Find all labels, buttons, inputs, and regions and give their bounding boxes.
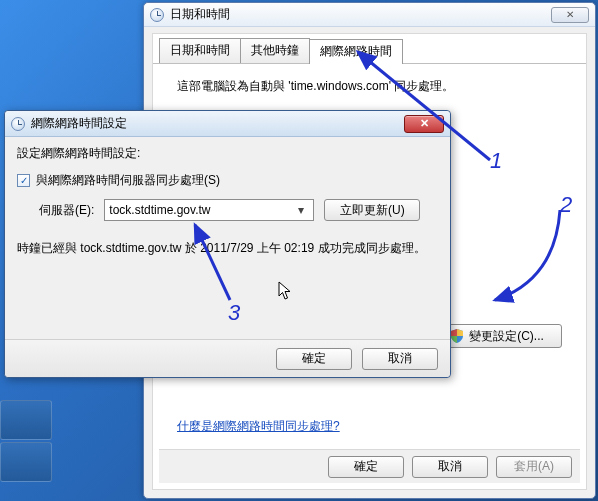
internet-time-settings-dialog: 網際網路時間設定 ✕ 設定網際網路時間設定: ✓ 與網際網路時間伺服器同步處理(…: [4, 110, 451, 378]
sync-checkbox[interactable]: ✓: [17, 174, 30, 187]
tab-datetime[interactable]: 日期和時間: [159, 38, 241, 63]
change-settings-button[interactable]: 變更設定(C)...: [432, 324, 562, 348]
clock-icon: [11, 117, 25, 131]
datetime-footer: 確定 取消 套用(A): [159, 449, 580, 483]
dialog-footer: 確定 取消: [5, 339, 450, 377]
close-icon: ✕: [420, 117, 429, 130]
cancel-button[interactable]: 取消: [362, 348, 438, 370]
chevron-down-icon: ▾: [293, 203, 309, 217]
tab-label: 網際網路時間: [320, 44, 392, 58]
cancel-button[interactable]: 取消: [412, 456, 488, 478]
sync-description: 這部電腦設為自動與 'time.windows.com' 同步處理。: [177, 78, 562, 95]
tab-label: 其他時鐘: [251, 43, 299, 57]
server-label: 伺服器(E):: [39, 202, 94, 219]
sync-checkbox-row: ✓ 與網際網路時間伺服器同步處理(S): [17, 172, 438, 189]
server-combobox[interactable]: tock.stdtime.gov.tw ▾: [104, 199, 314, 221]
tab-internet-time[interactable]: 網際網路時間: [309, 39, 403, 64]
change-settings-label: 變更設定(C)...: [469, 328, 544, 345]
ok-button[interactable]: 確定: [276, 348, 352, 370]
close-button[interactable]: ✕: [404, 115, 444, 133]
datetime-title: 日期和時間: [170, 6, 230, 23]
tab-strip: 日期和時間 其他時鐘 網際網路時間: [153, 34, 586, 64]
button-label: 取消: [438, 458, 462, 475]
close-button[interactable]: ✕: [551, 7, 589, 23]
sync-status: 時鐘已經與 tock.stdtime.gov.tw 於 2011/7/29 上午…: [17, 239, 438, 258]
server-row: 伺服器(E): tock.stdtime.gov.tw ▾ 立即更新(U): [39, 199, 438, 221]
datetime-titlebar[interactable]: 日期和時間 ✕: [144, 3, 595, 27]
ok-button[interactable]: 確定: [328, 456, 404, 478]
button-label: 立即更新(U): [340, 202, 405, 219]
taskbar-button[interactable]: [0, 400, 52, 440]
dialog-titlebar[interactable]: 網際網路時間設定 ✕: [5, 111, 450, 137]
dialog-title: 網際網路時間設定: [31, 115, 127, 132]
clock-icon: [150, 8, 164, 22]
button-label: 確定: [354, 458, 378, 475]
tab-label: 日期和時間: [170, 43, 230, 57]
tab-additional-clocks[interactable]: 其他時鐘: [240, 38, 310, 63]
button-label: 確定: [302, 350, 326, 367]
button-label: 取消: [388, 350, 412, 367]
sync-checkbox-label: 與網際網路時間伺服器同步處理(S): [36, 172, 220, 189]
close-icon: ✕: [566, 10, 574, 20]
help-link[interactable]: 什麼是網際網路時間同步處理?: [177, 418, 340, 435]
server-value: tock.stdtime.gov.tw: [109, 203, 293, 217]
dialog-heading: 設定網際網路時間設定:: [17, 145, 438, 162]
button-label: 套用(A): [514, 458, 554, 475]
apply-button[interactable]: 套用(A): [496, 456, 572, 478]
shield-icon: [450, 329, 464, 343]
dialog-content: 設定網際網路時間設定: ✓ 與網際網路時間伺服器同步處理(S) 伺服器(E): …: [17, 145, 438, 335]
taskbar-button[interactable]: [0, 442, 52, 482]
update-now-button[interactable]: 立即更新(U): [324, 199, 420, 221]
